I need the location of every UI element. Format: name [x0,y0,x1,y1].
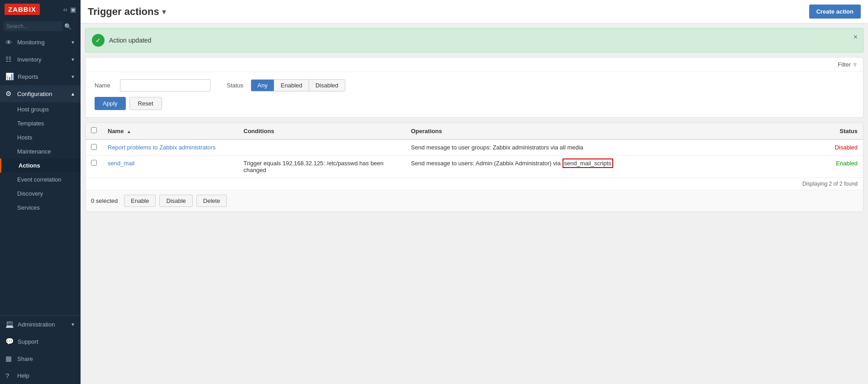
sidebar-item-support[interactable]: 💬 Support [0,333,81,350]
sidebar-item-configuration[interactable]: ⚙ Configuration ▲ [0,85,81,102]
actions-table: Name ▲ Conditions Operations Status [86,123,863,178]
sidebar-item-share[interactable]: ▦ Share [0,350,81,367]
select-all-checkbox[interactable] [91,127,97,133]
inventory-icon: ☷ [5,55,14,63]
alert-close-button[interactable]: × [854,33,858,41]
sidebar-item-services[interactable]: Services [0,201,81,215]
select-all-header [86,123,102,139]
reports-icon: 📊 [5,72,14,81]
monitoring-icon: 👁 [5,38,14,46]
name-filter-input[interactable] [120,79,210,91]
row1-checkbox-cell [86,139,102,156]
row2-name-link[interactable]: send_mail [108,160,134,167]
collapse-sidebar-button[interactable]: ‹‹ [63,6,67,13]
row2-status-badge: Enabled [836,160,858,167]
row2-status-cell: Enabled [818,156,863,178]
row2-name-cell: send_mail [102,156,238,178]
sidebar-item-reports[interactable]: 📊 Reports ▼ [0,68,81,85]
sidebar-item-label: Configuration [17,91,52,97]
configuration-icon: ⚙ [5,90,14,98]
status-filter-label: Status [227,82,243,89]
filter-body: Name Status Any Enabled Disabled Apply R… [86,72,863,117]
sidebar-item-maintenance[interactable]: Maintenance [0,144,81,158]
highlighted-script: send_mail_scripts [563,158,613,168]
apply-filter-button[interactable]: Apply [95,97,126,110]
share-icon: ▦ [5,355,14,363]
reset-filter-button[interactable]: Reset [129,97,162,110]
row1-operations-cell: Send message to user groups: Zabbix admi… [405,139,818,156]
table-row: Report problems to Zabbix administrators… [86,139,863,156]
sidebar-item-templates[interactable]: Templates [0,116,81,130]
sidebar-item-help[interactable]: ? Help [0,367,81,384]
alert-banner: ✓ Action updated × [85,28,863,53]
displaying-count: Displaying 2 of 2 found [86,178,863,190]
sidebar-item-discovery[interactable]: Discovery [0,187,81,201]
alert-check-icon: ✓ [92,34,105,47]
col-header-status[interactable]: Status [818,123,863,139]
create-action-button[interactable]: Create action [809,5,861,19]
page-title-dropdown-icon[interactable]: ▾ [162,7,166,17]
row2-operations-cell: Send message to users: Admin (Zabbix Adm… [405,156,818,178]
status-disabled-button[interactable]: Disabled [309,80,345,91]
chevron-down-icon: ▼ [71,40,75,45]
filter-row-name: Name Status Any Enabled Disabled [95,79,854,91]
sidebar-item-label: Monitoring [17,39,45,46]
sidebar-item-inventory[interactable]: ☷ Inventory ▼ [0,51,81,68]
sidebar-item-monitoring[interactable]: 👁 Monitoring ▼ [0,34,81,51]
enable-button[interactable]: Enable [124,195,156,207]
filter-actions: Apply Reset [95,97,854,110]
search-icon-button[interactable]: 🔍 [64,23,72,30]
sidebar: ZABBIX ‹‹ ▣ 🔍 👁 Monitoring ▼ ☷ Inventory… [0,0,81,384]
row1-name-link[interactable]: Report problems to Zabbix administrators [108,144,215,151]
help-icon: ? [5,372,14,379]
search-input[interactable] [4,21,62,31]
col-header-name[interactable]: Name ▲ [102,123,238,139]
sidebar-controls: ‹‹ ▣ [63,6,76,13]
row1-checkbox[interactable] [91,144,97,150]
chevron-down-icon: ▼ [71,322,75,327]
row1-status-badge: Disabled [835,144,858,151]
status-any-button[interactable]: Any [251,80,274,91]
sidebar-item-label: Help [17,372,29,379]
status-filter-group: Any Enabled Disabled [251,79,345,91]
table-header-row: Name ▲ Conditions Operations Status [86,123,863,139]
main-content: Trigger actions ▾ Create action ✓ Action… [81,0,868,384]
alert-message: Action updated [109,37,151,44]
sidebar-header: ZABBIX ‹‹ ▣ [0,0,81,19]
table-row: send_mail Trigger equals 192.168.32.125:… [86,156,863,178]
col-header-conditions[interactable]: Conditions [238,123,405,139]
chevron-down-icon: ▼ [71,57,75,62]
table-wrapper: Name ▲ Conditions Operations Status [86,123,863,178]
row2-checkbox[interactable] [91,160,97,166]
logo: ZABBIX [5,4,40,15]
filter-label: Filter [838,61,851,68]
status-enabled-button[interactable]: Enabled [274,80,309,91]
disable-button[interactable]: Disable [159,195,192,207]
row2-checkbox-cell [86,156,102,178]
filter-icon: ▿ [854,61,857,68]
sidebar-item-event-correlation[interactable]: Event correlation [0,173,81,187]
support-icon: 💬 [5,337,14,346]
sidebar-bottom: 💻 Administration ▼ 💬 Support ▦ Share ? H… [0,315,81,384]
filter-toggle[interactable]: Filter ▿ [86,58,863,72]
sidebar-item-host-groups[interactable]: Host groups [0,102,81,116]
chevron-down-icon: ▼ [71,74,75,79]
sidebar-item-label: Inventory [17,56,41,63]
name-filter-label: Name [95,82,113,89]
sidebar-item-label: Reports [18,73,38,80]
delete-button[interactable]: Delete [196,195,227,207]
sidebar-item-administration[interactable]: 💻 Administration ▼ [0,316,81,333]
col-header-operations[interactable]: Operations [405,123,818,139]
search-box: 🔍 [0,19,81,34]
table-area: Name ▲ Conditions Operations Status [85,122,863,212]
row1-name-cell: Report problems to Zabbix administrators [102,139,238,156]
filter-area: Filter ▿ Name Status Any Enabled Disable… [85,57,863,118]
sidebar-item-hosts[interactable]: Hosts [0,130,81,144]
expand-sidebar-button[interactable]: ▣ [70,6,76,13]
sidebar-item-actions[interactable]: Actions [0,158,81,173]
bottom-bar: 0 selected Enable Disable Delete [86,190,863,211]
sidebar-item-label: Share [17,355,33,362]
page-title-area: Trigger actions ▾ [88,6,166,18]
selected-count: 0 selected [91,197,120,204]
main-nav: 👁 Monitoring ▼ ☷ Inventory ▼ 📊 Reports ▼… [0,34,81,215]
